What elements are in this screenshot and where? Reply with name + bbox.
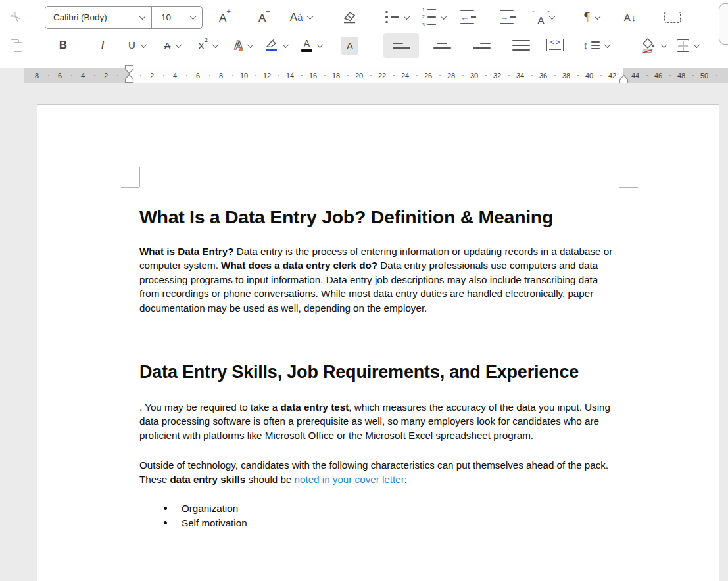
copy-button[interactable]: [4, 33, 28, 58]
ruler-number: 46: [651, 71, 666, 80]
ruler-number: 24: [398, 71, 412, 80]
character-shading-button[interactable]: A: [338, 33, 362, 58]
first-line-indent-marker[interactable]: [124, 64, 134, 74]
section-heading: Data Entry Skills, Job Requirements, and…: [139, 360, 620, 384]
clear-formatting-button[interactable]: [338, 5, 362, 30]
decrease-indent-icon: ←: [460, 10, 476, 24]
chevron-down-icon[interactable]: [604, 41, 610, 48]
underline-button[interactable]: U: [125, 33, 149, 58]
bold-text: data entry skills: [170, 474, 245, 485]
superscript-icon: X2: [198, 40, 208, 51]
borders-button[interactable]: [676, 33, 700, 58]
text-run: :: [404, 474, 407, 485]
cut-button[interactable]: ✂: [4, 5, 28, 30]
align-left-button[interactable]: [383, 33, 419, 58]
align-left-icon: [393, 43, 410, 49]
chevron-down-icon: [190, 13, 197, 20]
chevron-down-icon[interactable]: [694, 41, 700, 48]
document-page[interactable]: What Is a Data Entry Job? Definition & M…: [37, 104, 719, 581]
ruler-number: 28: [444, 71, 458, 80]
font-size-select[interactable]: 10: [152, 7, 202, 28]
ruler-tick: [508, 75, 510, 76]
chevron-down-icon[interactable]: [594, 13, 600, 20]
ruler-tick: [554, 75, 556, 76]
superscript-button[interactable]: X2: [196, 33, 220, 58]
paint-bucket-icon: [639, 37, 656, 54]
hanging-indent-marker[interactable]: [124, 74, 134, 83]
text-run: . You may be required to take a: [139, 402, 280, 413]
strikethrough-button[interactable]: A: [160, 33, 184, 58]
scrollbar-thumb[interactable]: [719, 3, 728, 45]
change-case-button[interactable]: Aà: [289, 5, 313, 30]
text-effects-button[interactable]: A: [231, 33, 255, 58]
highlight-color-button[interactable]: [264, 33, 288, 58]
decrease-indent-button[interactable]: ←: [456, 5, 480, 30]
paragraph-marks-button[interactable]: ¶: [580, 5, 604, 30]
ruler-tick: [140, 75, 141, 76]
ruler-number: 8: [30, 71, 44, 80]
bold-button[interactable]: B: [51, 33, 75, 58]
distribute-button[interactable]: < >: [543, 33, 567, 58]
ruler-tick: [209, 75, 210, 76]
chevron-down-icon[interactable]: [282, 41, 289, 48]
bullet-item: Organization: [139, 501, 620, 516]
font-name-select[interactable]: Calibri (Body): [45, 7, 152, 28]
ruler-number: 2: [145, 71, 159, 80]
cover-letter-link[interactable]: noted in your cover letter: [295, 474, 404, 485]
chevron-down-icon[interactable]: [307, 13, 314, 20]
grow-font-icon: A+: [219, 11, 231, 24]
ruler-number: 4: [76, 71, 90, 80]
increase-indent-button[interactable]: →: [496, 5, 520, 30]
chevron-down-icon[interactable]: [247, 41, 254, 48]
line-spacing-icon: ↕: [583, 40, 600, 51]
paragraph-mark-icon: ¶: [584, 10, 590, 24]
sort-icon: A↓: [624, 12, 637, 23]
font-color-icon: A: [301, 39, 312, 53]
chevron-down-icon[interactable]: [317, 41, 324, 48]
chevron-down-icon[interactable]: [140, 41, 147, 48]
line-spacing-button[interactable]: ↕: [583, 33, 610, 58]
italic-button[interactable]: I: [91, 33, 114, 58]
sort-button[interactable]: A↓: [618, 5, 642, 30]
align-right-icon: [473, 43, 491, 49]
ruler-number: 10: [237, 71, 251, 80]
shrink-font-icon: A−: [258, 11, 270, 24]
chevron-down-icon[interactable]: [212, 41, 219, 48]
page-margins-button[interactable]: [660, 5, 684, 30]
underline-icon: U: [128, 39, 136, 51]
ruler-tick: [301, 75, 303, 76]
ruler-tick: [692, 75, 694, 76]
align-right-button[interactable]: [464, 33, 499, 58]
character-spacing-button[interactable]: ←A→: [534, 5, 558, 30]
font-color-button[interactable]: A: [300, 33, 324, 58]
grow-font-button[interactable]: A+: [213, 5, 237, 30]
text-boundary-mark: [121, 187, 139, 188]
chevron-down-icon[interactable]: [403, 13, 410, 20]
chevron-down-icon[interactable]: [175, 41, 182, 48]
numbering-button[interactable]: 1 2 3: [421, 5, 446, 30]
paragraph: Outside of technology, candidates with t…: [139, 458, 620, 486]
ruler-tick: [485, 75, 487, 76]
ruler-tick: [278, 75, 279, 76]
justify-button[interactable]: [503, 33, 539, 58]
document-body[interactable]: What Is a Data Entry Job? Definition & M…: [139, 204, 620, 531]
eraser-icon: [342, 10, 358, 24]
ruler-tick: [393, 75, 395, 76]
distribute-icon: < >: [546, 39, 564, 51]
ruler-number: 16: [306, 71, 320, 80]
text-boundary-mark: [619, 167, 619, 187]
ruler[interactable]: 8642246810121416182022242628303234363840…: [0, 68, 728, 83]
ruler-tick: [716, 75, 717, 76]
chevron-down-icon[interactable]: [441, 13, 447, 20]
copy-icon: [11, 39, 22, 51]
bullets-button[interactable]: [385, 5, 409, 30]
ruler-number: 38: [559, 71, 573, 80]
borders-icon: [677, 39, 689, 52]
shading-button[interactable]: [639, 33, 666, 58]
chevron-down-icon[interactable]: [661, 41, 667, 48]
ruler-tick: [163, 75, 164, 76]
ruler-number: 34: [513, 71, 527, 80]
shrink-font-button[interactable]: A−: [253, 5, 276, 30]
align-center-button[interactable]: [424, 33, 460, 58]
ruler-tick: [232, 75, 233, 76]
